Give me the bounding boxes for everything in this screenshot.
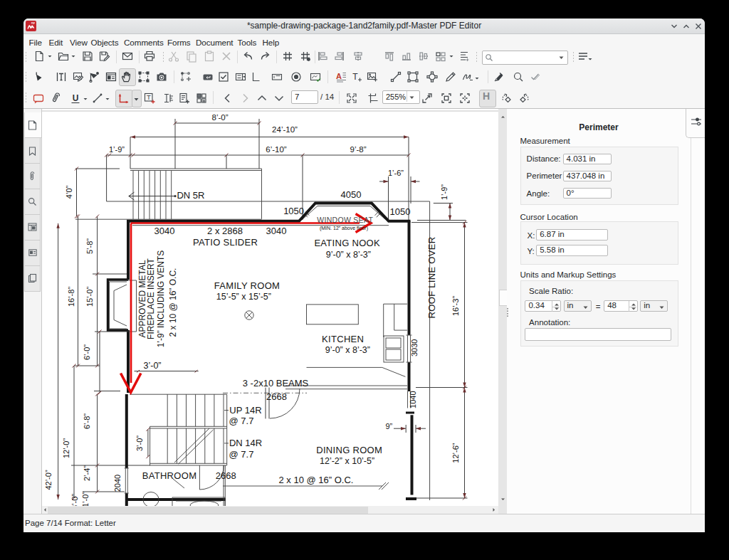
svg-text:6’-0”: 6’-0” bbox=[83, 344, 91, 360]
svg-text:1040: 1040 bbox=[409, 391, 418, 408]
svg-text:5’-8”: 5’-8” bbox=[85, 238, 94, 254]
svg-text:2 x 2868: 2 x 2868 bbox=[207, 226, 243, 236]
svg-text:DN 14R: DN 14R bbox=[229, 438, 262, 448]
svg-text:3040: 3040 bbox=[266, 226, 287, 236]
svg-text:FIREPLACE INSERT: FIREPLACE INSERT bbox=[146, 258, 156, 339]
svg-text:DINING ROOM: DINING ROOM bbox=[316, 445, 382, 455]
svg-text:DN 5R: DN 5R bbox=[177, 190, 204, 201]
svg-text:3’-0”: 3’-0” bbox=[143, 361, 161, 371]
svg-text:15’-5” x 15’-5”: 15’-5” x 15’-5” bbox=[216, 292, 271, 302]
svg-text:2’-4”: 2’-4” bbox=[83, 465, 91, 481]
svg-text:2668: 2668 bbox=[216, 470, 236, 481]
svg-text:3 -2x10 BEAMS: 3 -2x10 BEAMS bbox=[243, 378, 309, 389]
svg-text:1’-9”: 1’-9” bbox=[109, 145, 125, 154]
svg-text:T: T bbox=[147, 93, 151, 101]
svg-text:3030: 3030 bbox=[410, 339, 419, 356]
svg-text:15’-0”: 15’-0” bbox=[85, 287, 94, 307]
svg-text:2040: 2040 bbox=[113, 475, 122, 492]
svg-text:PDF: PDF bbox=[31, 22, 36, 25]
svg-text:PATIO SLIDER: PATIO SLIDER bbox=[193, 237, 258, 248]
svg-text:8’-0”: 8’-0” bbox=[211, 113, 228, 122]
svg-text:WINDOW SEAT: WINDOW SEAT bbox=[317, 216, 373, 224]
svg-text:9”: 9” bbox=[386, 422, 393, 430]
svg-text:9’-0” x 8’-3”: 9’-0” x 8’-3” bbox=[326, 250, 371, 260]
svg-text:@ 7.7: @ 7.7 bbox=[229, 416, 254, 426]
svg-text:KITCHEN: KITCHEN bbox=[322, 334, 364, 344]
svg-text:EATING NOOK: EATING NOOK bbox=[314, 238, 380, 248]
svg-text:3’-0”: 3’-0” bbox=[70, 494, 79, 506]
svg-text:1050: 1050 bbox=[283, 206, 304, 216]
svg-text:12’-0”: 12’-0” bbox=[62, 438, 70, 458]
svg-text:BATHROOM: BATHROOM bbox=[142, 470, 197, 481]
svg-text:12’-6”: 12’-6” bbox=[451, 443, 460, 463]
svg-text:6’-10”: 6’-10” bbox=[266, 145, 287, 154]
svg-text:A: A bbox=[336, 72, 342, 80]
svg-text:24’-10”: 24’-10” bbox=[272, 125, 298, 134]
svg-text:4’0”: 4’0” bbox=[65, 185, 73, 199]
svg-text:(MIN. 12” above floor): (MIN. 12” above floor) bbox=[320, 226, 368, 231]
svg-text:6’-8”: 6’-8” bbox=[83, 413, 91, 429]
svg-text:UP 14R: UP 14R bbox=[229, 405, 261, 416]
svg-text:42’-0”: 42’-0” bbox=[44, 470, 53, 490]
svg-text:16’-8”: 16’-8” bbox=[67, 287, 75, 307]
svg-text:1’-6”: 1’-6” bbox=[388, 169, 404, 177]
svg-text:4050: 4050 bbox=[341, 189, 362, 200]
svg-text:16’-3”: 16’-3” bbox=[451, 296, 460, 316]
svg-text:12’-2” x 10’-5”: 12’-2” x 10’-5” bbox=[320, 456, 374, 466]
svg-text:3040: 3040 bbox=[154, 226, 175, 236]
svg-text:3’-0”: 3’-0” bbox=[135, 435, 144, 451]
svg-text:ROOF LINE OVER: ROOF LINE OVER bbox=[426, 237, 437, 319]
svg-text:@ 7.7: @ 7.7 bbox=[229, 449, 254, 460]
svg-text:1’-0”: 1’-0” bbox=[81, 492, 90, 506]
svg-text:T: T bbox=[352, 72, 358, 82]
svg-text:FAMILY ROOM: FAMILY ROOM bbox=[214, 280, 280, 291]
svg-text:1050: 1050 bbox=[390, 206, 411, 217]
svg-text:2 x 10 @ 16” O.C.: 2 x 10 @ 16” O.C. bbox=[279, 475, 354, 485]
svg-text:1’-9” INCLUDING VENTS: 1’-9” INCLUDING VENTS bbox=[156, 250, 166, 348]
svg-text:9’-8”: 9’-8” bbox=[350, 145, 366, 154]
svg-text:2 x 10 @ 16” O.C.: 2 x 10 @ 16” O.C. bbox=[168, 268, 178, 337]
svg-text:9’-0” x 8’-3”: 9’-0” x 8’-3” bbox=[325, 345, 370, 355]
svg-text:2668: 2668 bbox=[266, 391, 287, 402]
svg-text:U: U bbox=[72, 93, 78, 103]
svg-text:1’-9”: 1’-9” bbox=[440, 184, 449, 200]
